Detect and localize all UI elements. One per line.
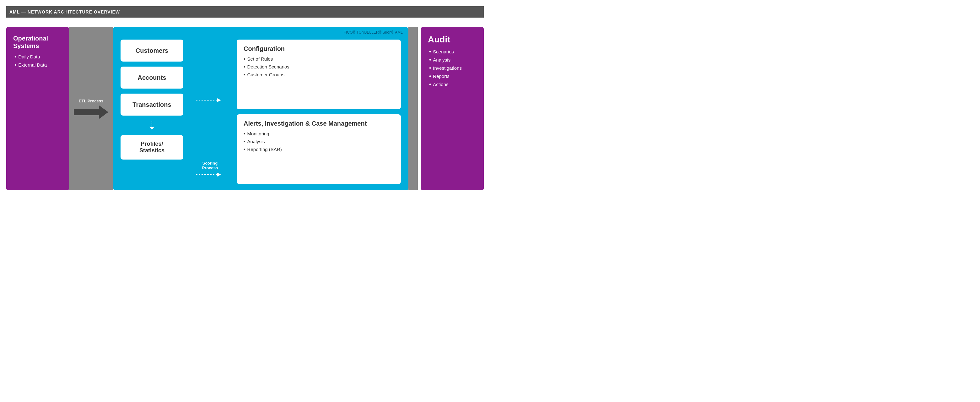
etl-label: ETL Process — [79, 99, 103, 103]
audit-item-5: Actions — [429, 81, 477, 87]
diagram-area: Operational Systems Daily Data External … — [6, 27, 484, 190]
header-text: AML — NETWORK ARCHITECTURE OVERVIEW — [10, 10, 120, 14]
alerts-item-1: Monitoring — [243, 131, 394, 137]
alerts-item-2: Analysis — [243, 139, 394, 145]
profiles-label: Profiles/Statistics — [139, 141, 164, 154]
config-item-2: Detection Scenarios — [243, 64, 394, 70]
config-box: Configuration Set of Rules Detection Sce… — [237, 40, 401, 109]
alerts-box: Alerts, Investigation & Case Management … — [237, 114, 401, 184]
center-content: Customers Accounts Transactions Profiles… — [121, 40, 401, 184]
right-panel-list: Scenarios Analysis Investigations Report… — [429, 49, 477, 90]
fico-label: FICO® TONBELLER® Siron® AML — [344, 30, 403, 35]
audit-item-2: Analysis — [429, 57, 477, 63]
center-right-col: Configuration Set of Rules Detection Sce… — [237, 40, 401, 184]
left-panel-title: Operational Systems — [13, 35, 62, 49]
left-panel-item-1: Daily Data — [14, 54, 62, 60]
svg-marker-4 — [217, 98, 221, 102]
config-item-3: Customer Groups — [243, 72, 394, 78]
page-container: AML — NETWORK ARCHITECTURE OVERVIEW Oper… — [0, 0, 490, 200]
profiles-box: Profiles/Statistics — [121, 135, 183, 160]
center-panel: FICO® TONBELLER® Siron® AML Customers Ac… — [113, 27, 408, 190]
center-left-col: Customers Accounts Transactions Profiles… — [121, 40, 183, 184]
scoring-area: ScoringProcess — [193, 40, 227, 184]
scoring-arrow — [196, 171, 224, 178]
alerts-item-3: Reporting (SAR) — [243, 147, 394, 152]
svg-marker-6 — [217, 173, 221, 177]
svg-marker-2 — [150, 127, 154, 130]
config-item-1: Set of Rules — [243, 56, 394, 62]
left-panel-item-2: External Data — [14, 62, 62, 68]
config-title: Configuration — [243, 45, 394, 53]
accounts-box: Accounts — [121, 67, 183, 89]
customers-box: Customers — [121, 40, 183, 62]
right-panel-title: Audit — [428, 35, 477, 45]
left-panel-list: Daily Data External Data — [14, 54, 62, 70]
transactions-box: Transactions — [121, 94, 183, 116]
dashed-down-arrow — [121, 121, 183, 130]
svg-marker-0 — [74, 105, 108, 119]
config-list: Set of Rules Detection Scenarios Custome… — [243, 56, 394, 78]
header-bar: AML — NETWORK ARCHITECTURE OVERVIEW — [6, 6, 484, 18]
audit-item-3: Investigations — [429, 65, 477, 71]
scoring-label: ScoringProcess — [202, 161, 218, 170]
dashed-arrow-top — [196, 97, 224, 103]
etl-wrapper: ETL Process — [69, 27, 113, 190]
alerts-list: Monitoring Analysis Reporting (SAR) — [243, 131, 394, 152]
audit-item-4: Reports — [429, 73, 477, 79]
left-panel: Operational Systems Daily Data External … — [6, 27, 69, 190]
audit-item-1: Scenarios — [429, 49, 477, 55]
etl-arrow — [74, 105, 108, 119]
right-gray-connector — [408, 27, 418, 190]
right-panel: Audit Scenarios Analysis Investigations … — [421, 27, 484, 190]
alerts-title: Alerts, Investigation & Case Management — [243, 120, 394, 127]
